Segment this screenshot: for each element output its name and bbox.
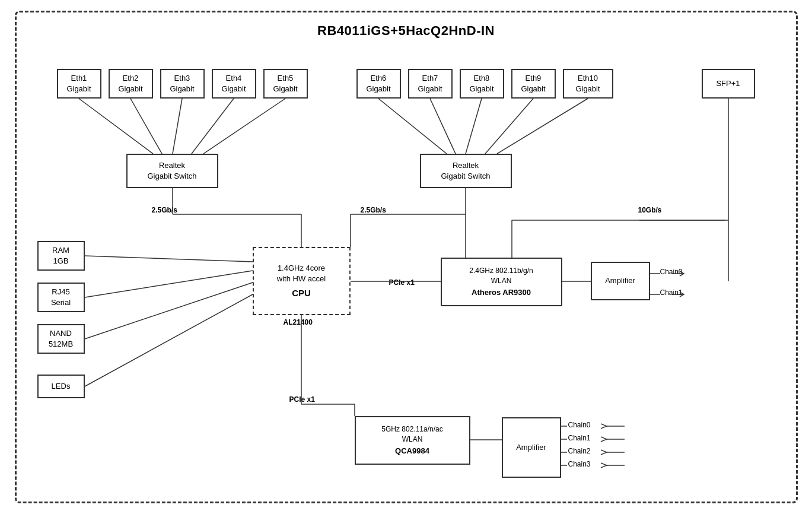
speed3-label: 10Gb/s [638, 206, 662, 214]
ram-box: RAM1GB [37, 241, 85, 271]
svg-line-5 [378, 99, 447, 154]
leds-box: LEDs [37, 375, 85, 398]
eth8-box: Eth8Gigabit [460, 69, 504, 99]
rj45-box: RJ45Serial [37, 283, 85, 312]
wlan1-box: 2.4GHz 802.11b/g/nWLAN Atheros AR9300 [441, 258, 562, 306]
chain3-5g-label: Chain3 [568, 460, 591, 468]
pcie2-label: PCIe x1 [289, 395, 315, 404]
svg-line-19 [85, 256, 253, 262]
diagram-title: RB4011iGS+5HacQ2HnD-IN [17, 12, 796, 39]
eth3-box: Eth3Gigabit [160, 69, 205, 99]
amp2-box: Amplifier [502, 417, 561, 478]
svg-line-3 [192, 99, 234, 154]
svg-line-21 [85, 283, 253, 339]
svg-line-4 [203, 99, 285, 154]
svg-line-0 [79, 99, 153, 154]
svg-line-20 [85, 271, 253, 297]
eth10-box: Eth10Gigabit [563, 69, 613, 99]
chain0-5g-label: Chain0 [568, 421, 591, 429]
eth6-box: Eth6Gigabit [356, 69, 401, 99]
pcie1-label: PCIe x1 [389, 278, 415, 287]
speed1-label: 2.5Gb/s [152, 206, 177, 214]
eth5-box: Eth5Gigabit [263, 69, 308, 99]
eth7-box: Eth7Gigabit [408, 69, 453, 99]
eth1-box: Eth1Gigabit [57, 69, 101, 99]
eth4-box: Eth4Gigabit [212, 69, 256, 99]
svg-line-1 [130, 99, 162, 154]
svg-line-6 [430, 99, 456, 154]
chain1-5g-label: Chain1 [568, 434, 591, 442]
svg-line-8 [485, 99, 533, 154]
eth9-box: Eth9Gigabit [511, 69, 556, 99]
chain1-2g-label: Chain1 [660, 288, 683, 297]
sfp1-box: SFP+1 [702, 69, 755, 99]
eth2-box: Eth2Gigabit [109, 69, 153, 99]
wlan2-box: 5GHz 802.11a/n/acWLAN QCA9984 [355, 416, 470, 465]
amp1-box: Amplifier [591, 262, 650, 300]
chain0-2g-label: Chain0 [660, 268, 683, 276]
switch1-box: RealtekGigabit Switch [126, 154, 218, 188]
diagram-container: RB4011iGS+5HacQ2HnD-IN Eth1Gigabit Eth2G… [15, 11, 798, 503]
speed2-label: 2.5Gb/s [361, 206, 386, 214]
nand-box: NAND512MB [37, 324, 85, 354]
svg-line-7 [466, 99, 482, 154]
svg-line-22 [85, 294, 253, 386]
chain2-5g-label: Chain2 [568, 447, 591, 455]
svg-line-2 [173, 99, 182, 154]
svg-line-9 [497, 99, 588, 154]
switch2-box: RealtekGigabit Switch [420, 154, 512, 188]
cpu-box: 1.4GHz 4corewith HW accel CPU [253, 247, 351, 315]
al21400-label: AL21400 [284, 318, 313, 326]
